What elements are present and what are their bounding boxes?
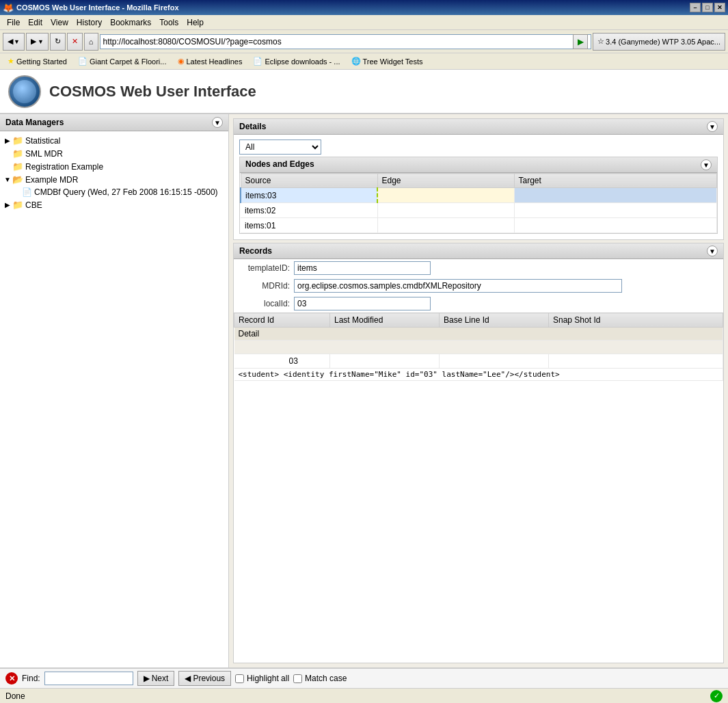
minimize-button[interactable]: – (690, 3, 701, 12)
details-collapse-button[interactable]: ▼ (707, 121, 718, 132)
template-id-input[interactable] (294, 261, 431, 275)
bookmark-giant-carpet[interactable]: 📄 Giant Carpet & Floori... (73, 55, 172, 68)
sidebar-item-registration-example[interactable]: 📁 Registration Example (0, 160, 228, 173)
local-id-row: localId: (234, 295, 723, 313)
label-registration-example: Registration Example (25, 162, 103, 172)
bookmark-latest-headlines[interactable]: ◉ Latest Headlines (173, 55, 247, 68)
record-data-row[interactable]: 03 (234, 354, 723, 369)
back-dropdown-icon: ▼ (14, 38, 20, 45)
next-button[interactable]: ▶ Next (137, 671, 175, 686)
bookmark-tree-widget[interactable]: 🌐 Tree Widget Tests (347, 55, 428, 68)
mdr-id-input[interactable] (294, 279, 622, 293)
label-statistical: Statistical (25, 136, 60, 146)
home-button[interactable]: ⌂ (84, 33, 98, 51)
rec-col-snapshot-id: Snap Shot Id (549, 313, 723, 328)
history-dropdown[interactable]: ☆ 3.4 (Ganymede) WTP 3.05 Apac... (593, 33, 725, 51)
menu-bar: File Edit View History Bookmarks Tools H… (0, 15, 728, 30)
main-content: Data Managers ▼ ▶ 📁 Statistical 📁 SML MD… (0, 114, 728, 667)
title-bar-left: 🦊 COSMOS Web User Interface - Mozilla Fi… (3, 3, 179, 13)
local-id-input[interactable] (294, 297, 431, 310)
toggle-example-mdr[interactable]: ▼ (3, 176, 12, 183)
sidebar: Data Managers ▼ ▶ 📁 Statistical 📁 SML MD… (0, 114, 229, 667)
table-row[interactable]: items:01 (241, 218, 717, 233)
nodes-edges-table-container: Source Edge Target items:03 (240, 173, 717, 233)
firefox-logo: 🦊 (3, 3, 14, 13)
folder-icon-statistical: 📁 (12, 135, 23, 146)
bookmark-getting-started[interactable]: ★ Getting Started (3, 55, 72, 68)
folder-icon-cbe: 📁 (12, 200, 23, 210)
sidebar-item-statistical[interactable]: ▶ 📁 Statistical (0, 134, 228, 147)
sidebar-header: Data Managers ▼ (0, 114, 228, 131)
menu-tools[interactable]: Tools (155, 16, 183, 29)
match-case-text: Match case (305, 674, 347, 683)
match-case-checkbox[interactable] (293, 674, 302, 683)
app-logo (8, 75, 41, 108)
stop-button[interactable]: ✕ (67, 33, 83, 51)
table-row[interactable]: items:03 (241, 188, 717, 203)
previous-button[interactable]: ◀ Previous (178, 671, 231, 686)
close-button[interactable]: ✕ (714, 3, 725, 12)
nodes-edges-collapse[interactable]: ▼ (701, 159, 712, 170)
right-panel: Details ▼ All Nodes and Edges ▼ (229, 114, 728, 667)
forward-icon: ▶ (31, 37, 36, 46)
status-text: Done (5, 691, 25, 701)
find-input[interactable] (44, 672, 133, 685)
menu-edit[interactable]: Edit (24, 16, 46, 29)
xml-content-cell: <student> <identity firstName="Mike" id=… (234, 369, 723, 381)
sidebar-item-sml-mdr[interactable]: 📁 SML MDR (0, 147, 228, 160)
label-cbe: CBE (25, 200, 42, 210)
back-icon: ◀ (8, 37, 13, 46)
dropdown-row: All (237, 137, 720, 157)
col-source: Source (241, 174, 377, 188)
sidebar-item-cbe[interactable]: ▶ 📁 CBE (0, 198, 228, 211)
refresh-button[interactable]: ↻ (50, 33, 66, 51)
match-case-label[interactable]: Match case (293, 674, 347, 683)
rec-col-last-modified: Last Modified (330, 313, 440, 328)
forward-button[interactable]: ▶ ▼ (26, 33, 49, 51)
url-input[interactable] (103, 37, 574, 47)
highlight-all-checkbox[interactable] (235, 674, 244, 683)
menu-bookmarks[interactable]: Bookmarks (106, 16, 155, 29)
find-label: Find: (22, 674, 40, 683)
sidebar-content: ▶ 📁 Statistical 📁 SML MDR 📁 Registration… (0, 131, 228, 667)
nav-bar: ◀ ▼ ▶ ▼ ↻ ✕ ⌂ ▶ ☆ 3.4 (Ganymede) WTP 3.0… (0, 30, 728, 53)
next-icon: ▶ (144, 674, 150, 683)
menu-history[interactable]: History (72, 16, 106, 29)
sidebar-item-example-mdr[interactable]: ▼ 📂 Example MDR (0, 173, 228, 186)
prev-icon: ◀ (185, 674, 191, 683)
table-row[interactable]: items:02 (241, 203, 717, 218)
find-bar: ✕ Find: ▶ Next ◀ Previous Highlight all … (0, 667, 728, 688)
next-label: Next (152, 674, 169, 683)
all-dropdown[interactable]: All (239, 140, 321, 155)
local-id-label: localId: (239, 299, 294, 308)
sidebar-item-cmdbf-query[interactable]: 📄 CMDBf Query (Wed, 27 Feb 2008 16:15:15… (0, 186, 228, 198)
rec-col-record-id: Record Id (234, 313, 330, 328)
nodes-edges-header: Nodes and Edges ▼ (240, 157, 717, 173)
bookmark-eclipse-downloads[interactable]: 📄 Eclipse downloads - ... (248, 55, 345, 68)
template-id-row: templateID: (234, 259, 723, 277)
cell-edge-1 (377, 203, 514, 218)
highlight-all-label[interactable]: Highlight all (235, 674, 289, 683)
back-button[interactable]: ◀ ▼ (3, 33, 25, 51)
maximize-button[interactable]: □ (702, 3, 713, 12)
table-row[interactable] (234, 341, 723, 354)
sidebar-collapse-button[interactable]: ▼ (212, 117, 223, 128)
highlight-all-text: Highlight all (247, 674, 289, 683)
mdr-id-row: MDRId: (234, 277, 723, 295)
refresh-icon: ↻ (55, 37, 61, 46)
menu-view[interactable]: View (46, 16, 72, 29)
records-header: Records ▼ (234, 243, 723, 259)
menu-file[interactable]: File (3, 16, 24, 29)
toggle-cbe[interactable]: ▶ (3, 201, 12, 209)
go-button[interactable]: ▶ (573, 34, 588, 49)
nodes-edges-table: Source Edge Target items:03 (240, 173, 717, 233)
records-collapse-button[interactable]: ▼ (707, 246, 718, 256)
rec-cell-record-id: 03 (234, 354, 330, 369)
window-title: COSMOS Web User Interface - Mozilla Fire… (16, 3, 179, 12)
label-example-mdr: Example MDR (25, 175, 78, 185)
records-table-container: Record Id Last Modified Base Line Id Sna… (234, 313, 723, 663)
address-text: 3.4 (Ganymede) WTP 3.05 Apac... (606, 38, 720, 46)
menu-help[interactable]: Help (183, 16, 208, 29)
toggle-statistical[interactable]: ▶ (3, 137, 12, 144)
cell-edge-2 (377, 218, 514, 233)
